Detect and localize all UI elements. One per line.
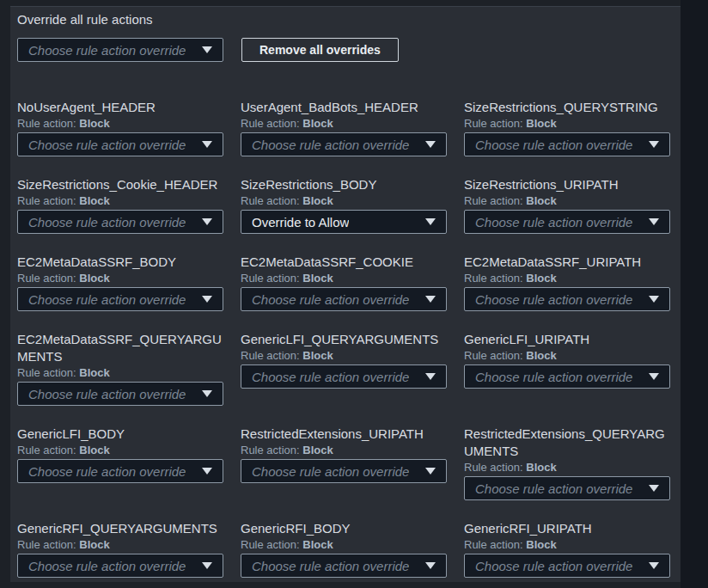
rule-action-line: Rule action: Block xyxy=(241,537,447,553)
rule-override-select[interactable]: Choose rule action override xyxy=(241,287,447,311)
rule-action-line: Rule action: Block xyxy=(241,348,447,364)
chevron-down-icon xyxy=(202,296,212,303)
rule-override-select[interactable]: Choose rule action override xyxy=(464,287,670,311)
rule-override-select[interactable]: Choose rule action override xyxy=(241,459,447,483)
rule-card: SizeRestrictions_Cookie_HEADER Rule acti… xyxy=(17,176,223,234)
override-all-select-value: Choose rule action override xyxy=(28,43,186,58)
rule-card: GenericRFI_QUERYARGUMENTS Rule action: B… xyxy=(17,520,223,578)
rule-action-line: Rule action: Block xyxy=(464,348,670,364)
rule-card: NoUserAgent_HEADER Rule action: Block Ch… xyxy=(17,99,223,156)
rule-override-select[interactable]: Choose rule action override xyxy=(241,364,447,389)
rule-override-select-value: Choose rule action override xyxy=(28,138,186,152)
rule-action-value: Block xyxy=(526,461,556,474)
rule-override-select-value: Choose rule action override xyxy=(475,481,632,496)
rule-action-label: Rule action: xyxy=(17,444,76,456)
chevron-down-icon xyxy=(202,562,212,569)
override-all-select[interactable]: Choose rule action override xyxy=(17,38,223,62)
rule-name: EC2MetaDataSSRF_QUERYARGUMENTS xyxy=(17,331,223,365)
chevron-down-icon xyxy=(425,141,436,148)
rule-action-label: Rule action: xyxy=(241,272,300,285)
rule-card: EC2MetaDataSSRF_URIPATH Rule action: Blo… xyxy=(464,254,670,311)
rule-override-select-value: Choose rule action override xyxy=(475,292,632,307)
rule-action-label: Rule action: xyxy=(464,194,523,207)
rule-override-select[interactable]: Choose rule action override xyxy=(464,364,670,389)
rule-override-select-value: Choose rule action override xyxy=(252,292,409,307)
rule-action-label: Rule action: xyxy=(17,117,76,130)
rule-action-value: Block xyxy=(302,444,333,456)
rule-override-select-value: Choose rule action override xyxy=(28,559,186,573)
rule-card: EC2MetaDataSSRF_COOKIE Rule action: Bloc… xyxy=(241,254,447,311)
rule-name: GenericRFI_BODY xyxy=(241,520,447,537)
rule-action-value: Block xyxy=(302,272,333,285)
rule-action-value: Block xyxy=(526,194,556,207)
chevron-down-icon xyxy=(649,485,659,492)
rule-action-line: Rule action: Block xyxy=(464,116,670,132)
rule-override-select-value: Choose rule action override xyxy=(252,559,409,573)
chevron-down-icon xyxy=(649,296,659,303)
rule-override-select[interactable]: Choose rule action override xyxy=(17,210,223,234)
rule-card: GenericRFI_BODY Rule action: Block Choos… xyxy=(241,520,447,578)
remove-all-overrides-button[interactable]: Remove all overrides xyxy=(241,38,399,62)
rule-override-select-value: Choose rule action override xyxy=(28,387,186,401)
rule-name: SizeRestrictions_Cookie_HEADER xyxy=(17,176,223,193)
rule-override-select[interactable]: Choose rule action override xyxy=(17,554,223,578)
rule-action-label: Rule action: xyxy=(17,538,76,551)
rule-action-label: Rule action: xyxy=(241,349,300,362)
rule-action-line: Rule action: Block xyxy=(464,537,670,553)
rule-action-line: Rule action: Block xyxy=(17,537,223,553)
rule-override-select[interactable]: Choose rule action override xyxy=(464,132,670,156)
rule-card: GenericLFI_URIPATH Rule action: Block Ch… xyxy=(464,331,670,389)
chevron-down-icon xyxy=(649,562,659,569)
rule-action-value: Block xyxy=(302,349,333,362)
rule-action-value: Block xyxy=(79,366,109,379)
rule-action-label: Rule action: xyxy=(464,349,523,362)
rule-action-value: Block xyxy=(79,117,109,130)
rule-override-select[interactable]: Choose rule action override xyxy=(241,132,447,156)
rule-override-select-value: Choose rule action override xyxy=(475,559,632,573)
rule-action-label: Rule action: xyxy=(17,194,76,207)
rule-action-value: Block xyxy=(302,194,333,207)
rule-override-select[interactable]: Choose rule action override xyxy=(17,287,223,311)
rule-override-select-value: Override to Allow xyxy=(252,215,349,230)
rule-action-line: Rule action: Block xyxy=(464,460,670,475)
rule-card: EC2MetaDataSSRF_QUERYARGUMENTS Rule acti… xyxy=(17,331,223,406)
rule-override-select-value: Choose rule action override xyxy=(28,215,186,230)
chevron-down-icon xyxy=(425,562,436,569)
rule-override-select-value: Choose rule action override xyxy=(28,292,186,307)
rule-action-value: Block xyxy=(79,194,109,207)
rule-action-label: Rule action: xyxy=(241,538,300,551)
rules-grid: NoUserAgent_HEADER Rule action: Block Ch… xyxy=(17,99,670,578)
rule-override-select[interactable]: Choose rule action override xyxy=(17,382,223,406)
rule-card: RestrictedExtensions_QUERYARGUMENTS Rule… xyxy=(464,426,670,500)
rule-action-label: Rule action: xyxy=(464,117,523,130)
rule-action-line: Rule action: Block xyxy=(17,271,223,286)
chevron-down-icon xyxy=(649,141,659,148)
rule-card: GenericRFI_URIPATH Rule action: Block Ch… xyxy=(464,520,670,578)
rule-name: NoUserAgent_HEADER xyxy=(17,99,223,116)
rule-override-select[interactable]: Choose rule action override xyxy=(17,459,223,483)
rule-override-select[interactable]: Choose rule action override xyxy=(241,554,447,578)
rule-override-select-value: Choose rule action override xyxy=(252,370,409,384)
rule-card: SizeRestrictions_URIPATH Rule action: Bl… xyxy=(464,176,670,234)
rule-action-value: Block xyxy=(526,538,556,551)
rule-action-line: Rule action: Block xyxy=(241,443,447,458)
rule-card: RestrictedExtensions_URIPATH Rule action… xyxy=(241,426,447,483)
rule-action-value: Block xyxy=(302,117,333,130)
rule-action-value: Block xyxy=(79,272,109,285)
rule-name: GenericRFI_QUERYARGUMENTS xyxy=(17,520,223,537)
rule-action-label: Rule action: xyxy=(17,272,76,285)
rule-override-select[interactable]: Choose rule action override xyxy=(464,210,670,234)
rule-card: UserAgent_BadBots_HEADER Rule action: Bl… xyxy=(241,99,447,156)
rule-override-select[interactable]: Choose rule action override xyxy=(464,476,670,500)
rule-action-line: Rule action: Block xyxy=(464,271,670,286)
rule-action-label: Rule action: xyxy=(464,272,523,285)
rule-name: GenericLFI_QUERYARGUMENTS xyxy=(241,331,447,348)
rule-override-select[interactable]: Choose rule action override xyxy=(17,132,223,156)
chevron-down-icon xyxy=(202,390,212,397)
rule-action-line: Rule action: Block xyxy=(241,116,447,132)
rule-card: GenericLFI_BODY Rule action: Block Choos… xyxy=(17,426,223,483)
rule-override-select[interactable]: Override to Allow xyxy=(241,210,447,234)
rule-override-select-value: Choose rule action override xyxy=(475,138,632,152)
rule-override-select[interactable]: Choose rule action override xyxy=(464,554,670,578)
chevron-down-icon xyxy=(202,141,212,148)
